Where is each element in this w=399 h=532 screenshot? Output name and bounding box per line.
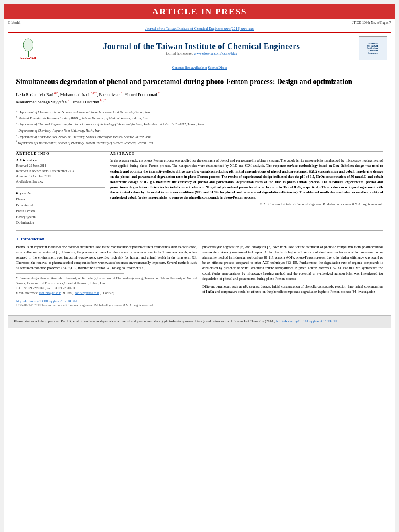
- revised-date: Received in revised form 19 September 20…: [16, 169, 105, 174]
- sciencedirect-link[interactable]: ScienceDirect: [208, 66, 227, 70]
- jtice-ref: JTICE-1066; No. of Pages 7: [352, 21, 391, 25]
- g-model-label: G Model: [8, 21, 20, 25]
- citation-text: Please cite this article in press as: Ra…: [14, 319, 275, 323]
- g-model-line: G Model JTICE-1066; No. of Pages 7: [4, 19, 395, 26]
- citation-doi-link[interactable]: http://dx.doi.org/10.1016/j.jtice.2014.1…: [276, 319, 337, 323]
- keywords-label: Keywords:: [16, 191, 105, 195]
- doi-link[interactable]: http://dx.doi.org/10.1016/j.jtice.2014.1…: [16, 299, 77, 303]
- issn-line: 1876-1070/© 2014 Taiwan Institute of Che…: [16, 304, 383, 307]
- svg-text:ELSEVIER: ELSEVIER: [20, 56, 36, 59]
- body-col-left: Phenol is an important industrial raw ma…: [16, 244, 197, 297]
- article-area: Simultaneous degradation of phenol and p…: [4, 71, 395, 151]
- keywords: PhenolParacetamolPhoto-FentonBinary syst…: [16, 196, 105, 225]
- citation-bar: Please cite this article in press as: Ra…: [8, 315, 391, 328]
- homepage-url[interactable]: www.elsevier.com/locate/jtice: [194, 51, 237, 55]
- email-irani[interactable]: irani_mo@ut.ac.ir: [39, 291, 61, 295]
- abstract-col: ABSTRACT In the present study, the photo…: [110, 152, 383, 225]
- history-label: Article history:: [16, 158, 105, 162]
- article-dates: Received 20 June 2014 Received in revise…: [16, 164, 105, 184]
- received-date: Received 20 June 2014: [16, 164, 105, 169]
- intro-para-right-1: photocatalytic degradation [6] and adsor…: [202, 244, 383, 281]
- body-col-right: photocatalytic degradation [6] and adsor…: [202, 244, 383, 297]
- abstract-text: In the present study, the photo–Fenton p…: [110, 158, 383, 207]
- footnote: * Corresponding authors at: Amirkabir Un…: [16, 276, 197, 296]
- journal-link-line: Journal of the Taiwan Institute of Chemi…: [4, 26, 395, 32]
- homepage-label: journal homepage:: [166, 51, 193, 55]
- article-title: Simultaneous degradation of phenol and p…: [16, 77, 383, 87]
- journal-header: ELSEVIER Journal of the Taiwan Institute…: [8, 32, 391, 64]
- journal-title: Journal of the Taiwan Institute of Chemi…: [48, 41, 355, 51]
- body-two-col: Phenol is an important industrial raw ma…: [16, 244, 383, 297]
- affiliations: a Department of Chemistry, Guilan Scienc…: [16, 109, 383, 146]
- copyright: © 2014 Taiwan Institute of Chemical Engi…: [110, 202, 383, 207]
- intro-title: 1. Introduction: [16, 236, 383, 241]
- journal-header-center: Journal of the Taiwan Institute of Chemi…: [48, 41, 355, 55]
- journal-link[interactable]: Journal of the Taiwan Institute of Chemi…: [145, 27, 254, 31]
- intro-para-1: Phenol is an important industrial raw ma…: [16, 244, 197, 271]
- article-in-press-banner: ARTICLE IN PRESS: [4, 4, 395, 19]
- accepted-date: Accepted 12 October 2014: [16, 174, 105, 179]
- footnote-divider: [16, 273, 124, 274]
- email-haririan[interactable]: haririan@tums.ac.ir: [75, 291, 99, 295]
- journal-thumbnail: Journal ofthe TaiwanInstitute ofChemical…: [359, 36, 387, 60]
- homepage-line: journal homepage: www.elsevier.com/locat…: [48, 51, 355, 55]
- article-info-abstract: ARTICLE INFO Article history: Received 2…: [16, 152, 383, 225]
- elsevier-logo: ELSEVIER: [12, 37, 44, 60]
- available-date: Available online xxx: [16, 179, 105, 185]
- intro-para-right-2: Different parameters such as pH, catalys…: [202, 284, 383, 294]
- contents-line: Contents lists available at ScienceDirec…: [8, 64, 391, 71]
- article-info-header: ARTICLE INFO: [16, 152, 105, 156]
- authors: Leila Roshanfekr Rad a,b, Mohammad Irani…: [16, 91, 383, 106]
- doi-line: http://dx.doi.org/10.1016/j.jtice.2014.1…: [16, 299, 383, 303]
- contents-label: Contents lists available at: [172, 66, 207, 70]
- article-info-col: ARTICLE INFO Article history: Received 2…: [16, 152, 105, 225]
- introduction-section: 1. Introduction Phenol is an important i…: [16, 236, 383, 297]
- page: ARTICLE IN PRESS G Model JTICE-1066; No.…: [4, 4, 395, 532]
- svg-point-1: [23, 39, 33, 51]
- abstract-header: ABSTRACT: [110, 152, 383, 156]
